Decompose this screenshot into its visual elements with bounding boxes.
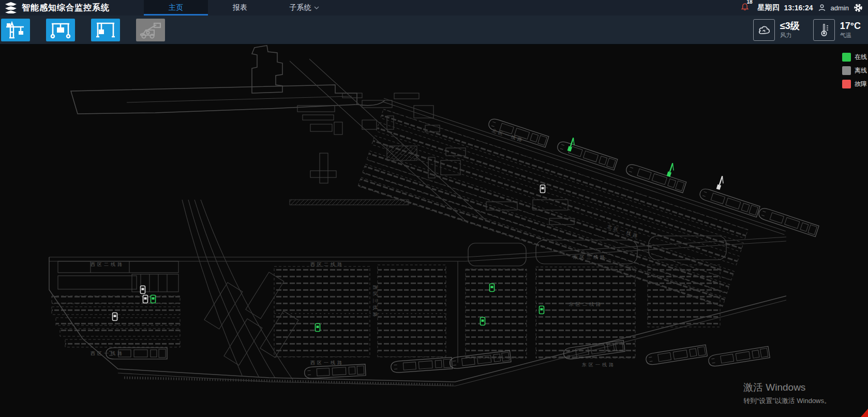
- tab-subsystems-label: 子系统: [290, 3, 311, 12]
- corner-flag: [861, 409, 868, 417]
- chevron-down-icon: [314, 5, 319, 11]
- map-marker-offline[interactable]: [541, 185, 545, 193]
- tab-subsystems[interactable]: 子系统: [272, 0, 336, 16]
- app-logo-icon: [4, 2, 18, 14]
- map-area: 北区一线路 北区一线路: [0, 44, 868, 417]
- clock-text: 13:16:24: [784, 4, 813, 12]
- status-legend: 在线 离线 故障: [842, 53, 868, 88]
- tab-reports[interactable]: 报表: [208, 0, 272, 16]
- wind-label: 风力: [780, 32, 800, 39]
- app-title: 智能感知综合监控系统: [22, 3, 110, 13]
- wind-icon-box: [753, 19, 775, 41]
- temperature-label: 气温: [840, 32, 861, 39]
- settings-gear-icon[interactable]: [854, 3, 863, 12]
- legend-offline: 离线: [842, 66, 868, 75]
- temperature-value: 17°C: [840, 21, 861, 31]
- temperature-icon-box: [813, 19, 835, 41]
- rtg-crane-icon: [49, 21, 72, 39]
- thermometer-icon: [817, 23, 831, 37]
- equipment-toolbar: ≤3级 风力 17°C 气温: [0, 16, 868, 44]
- port-map: 北区一线路 北区一线路: [0, 44, 868, 417]
- map-marker-offline[interactable]: [143, 295, 148, 303]
- notification-count-badge: 18: [747, 0, 753, 5]
- header-right: 18 星期四 13:16:24 admin: [741, 0, 868, 16]
- reach-stacker-button[interactable]: [136, 19, 165, 41]
- reach-stacker-icon: [139, 21, 162, 39]
- offline-swatch: [842, 66, 851, 75]
- map-marker-offline[interactable]: [141, 286, 145, 294]
- road-label: 西区一线路: [91, 351, 124, 356]
- weekday-text: 星期四: [758, 3, 780, 12]
- fault-label: 故障: [855, 80, 867, 88]
- legend-fault: 故障: [842, 80, 868, 88]
- rmg-crane-icon: [94, 21, 117, 39]
- online-label: 在线: [855, 53, 867, 62]
- map-marker-online[interactable]: [481, 318, 485, 325]
- top-nav: 智能感知综合监控系统 主页 报表 子系统 18 星期四 13:16:24: [0, 0, 868, 16]
- user-icon: [818, 4, 826, 12]
- rmg-crane-button[interactable]: [91, 19, 120, 41]
- wind-icon: [757, 23, 771, 37]
- map-marker-offline[interactable]: [113, 313, 117, 321]
- road-label: 东区一线路: [581, 362, 616, 367]
- fault-swatch: [842, 80, 851, 88]
- offline-label: 离线: [855, 66, 867, 75]
- quay-crane-button[interactable]: [1, 19, 30, 41]
- brand: 智能感知综合监控系统: [0, 0, 117, 16]
- tab-home[interactable]: 主页: [144, 0, 208, 16]
- map-marker-offline[interactable]: [716, 175, 725, 190]
- road-label: 西区二线路: [91, 262, 124, 267]
- online-swatch: [842, 53, 851, 62]
- main-tabs: 主页 报表 子系统: [144, 0, 336, 16]
- road-label: 西区一线路: [310, 360, 344, 365]
- map-marker-online[interactable]: [540, 306, 544, 314]
- road-label: 东区三线路: [573, 255, 607, 260]
- temperature-widget: 17°C 气温: [813, 19, 861, 41]
- wind-widget: ≤3级 风力: [753, 19, 800, 41]
- map-marker-online[interactable]: [667, 162, 676, 177]
- quay-crane-icon: [4, 21, 27, 39]
- map-marker-online[interactable]: [316, 324, 320, 332]
- road-label: 西区二线路: [310, 262, 344, 267]
- rtg-crane-button[interactable]: [46, 19, 75, 41]
- notification-bell[interactable]: 18: [741, 3, 749, 13]
- wind-value: ≤3级: [780, 21, 800, 31]
- road-label: 东区二线路: [568, 302, 603, 307]
- legend-online: 在线: [842, 53, 868, 62]
- username-text[interactable]: admin: [831, 4, 849, 12]
- map-marker-online[interactable]: [490, 284, 495, 292]
- map-marker-online[interactable]: [151, 295, 156, 303]
- app-root: 智能感知综合监控系统 主页 报表 子系统 18 星期四 13:16:24: [0, 0, 868, 417]
- map-marker-online[interactable]: [567, 137, 576, 152]
- road-label: 西区三线路: [372, 285, 378, 319]
